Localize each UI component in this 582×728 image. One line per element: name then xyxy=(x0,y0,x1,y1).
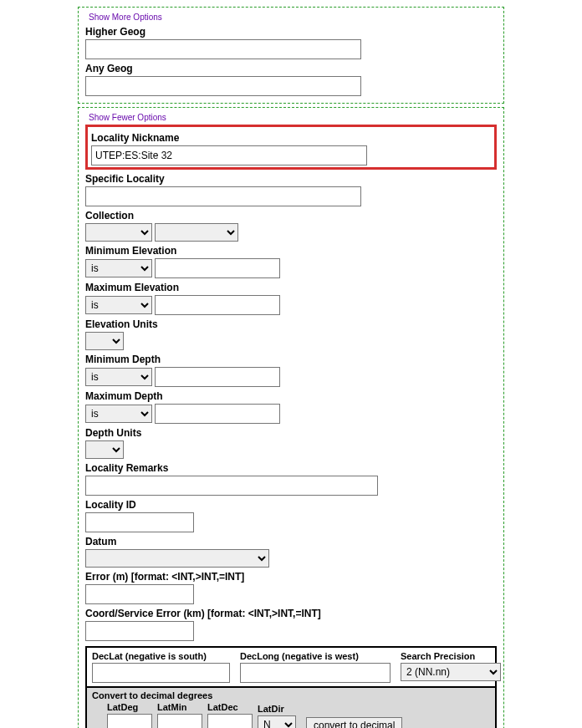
latdir-select[interactable]: N xyxy=(258,715,296,728)
datum-select[interactable] xyxy=(85,549,269,568)
min-elevation-input[interactable] xyxy=(155,258,280,278)
specific-locality-input[interactable] xyxy=(85,186,361,206)
elevation-units-label: Elevation Units xyxy=(85,318,497,330)
locality-nickname-label: Locality Nickname xyxy=(91,132,491,144)
min-depth-label: Minimum Depth xyxy=(85,354,497,365)
locality-id-input[interactable] xyxy=(85,512,194,532)
show-fewer-options-link[interactable]: Show Fewer Options xyxy=(89,113,166,122)
collection-select-2[interactable] xyxy=(155,223,238,242)
min-elevation-op[interactable]: is xyxy=(85,259,152,277)
declong-label: DecLong (negative is west) xyxy=(240,651,391,661)
any-geog-label: Any Geog xyxy=(85,63,497,74)
depth-units-select[interactable] xyxy=(85,440,124,459)
max-elevation-input[interactable] xyxy=(155,295,280,315)
convert-header: Convert to decimal degrees xyxy=(92,690,490,700)
higher-geog-label: Higher Geog xyxy=(85,26,497,38)
error-input[interactable] xyxy=(85,584,194,604)
elevation-units-select[interactable] xyxy=(85,332,124,350)
latdec-input[interactable] xyxy=(207,714,253,728)
collection-label: Collection xyxy=(85,210,497,221)
more-options-fieldset: Show More Options Higher Geog Any Geog xyxy=(78,7,504,104)
min-depth-input[interactable] xyxy=(155,367,280,387)
locality-id-label: Locality ID xyxy=(85,499,497,511)
datum-label: Datum xyxy=(85,536,497,547)
specific-locality-label: Specific Locality xyxy=(85,173,497,185)
search-precision-label: Search Precision xyxy=(401,651,501,661)
any-geog-input[interactable] xyxy=(85,76,361,96)
fewer-options-fieldset: Show Fewer Options Locality Nickname Spe… xyxy=(78,107,504,728)
max-elevation-label: Maximum Elevation xyxy=(85,282,497,293)
search-precision-select[interactable]: 2 (NN.nn) xyxy=(401,663,501,681)
latmin-input[interactable] xyxy=(157,714,202,728)
declat-label: DecLat (negative is south) xyxy=(92,651,230,661)
declat-input[interactable] xyxy=(92,663,230,683)
latdeg-input[interactable] xyxy=(107,714,152,728)
coord-error-input[interactable] xyxy=(85,621,194,641)
locality-nickname-highlight: Locality Nickname xyxy=(85,125,497,170)
locality-remarks-label: Locality Remarks xyxy=(85,462,497,474)
declong-input[interactable] xyxy=(240,663,391,683)
convert-to-decimal-button-1[interactable]: convert to decimal xyxy=(306,717,402,728)
max-depth-input[interactable] xyxy=(155,404,280,424)
max-elevation-op[interactable]: is xyxy=(85,296,152,314)
depth-units-label: Depth Units xyxy=(85,427,497,439)
latmin-label: LatMin xyxy=(157,702,202,712)
max-depth-label: Maximum Depth xyxy=(85,390,497,402)
locality-nickname-input[interactable] xyxy=(91,145,367,165)
error-label: Error (m) [format: <INT,>INT,=INT] xyxy=(85,571,497,583)
min-depth-op[interactable]: is xyxy=(85,368,152,386)
min-elevation-label: Minimum Elevation xyxy=(85,245,497,257)
latdec-label: LatDec xyxy=(207,702,253,712)
latdir-label: LatDir xyxy=(258,704,296,714)
coord-error-label: Coord/Service Error (km) [format: <INT,>… xyxy=(85,608,497,619)
collection-select-1[interactable] xyxy=(85,223,152,242)
latdeg-label: LatDeg xyxy=(107,702,152,712)
higher-geog-input[interactable] xyxy=(85,39,361,59)
locality-remarks-input[interactable] xyxy=(85,476,378,496)
max-depth-op[interactable]: is xyxy=(85,405,152,423)
show-more-options-link[interactable]: Show More Options xyxy=(89,13,162,22)
coord-box: DecLat (negative is south) DecLong (nega… xyxy=(85,646,497,728)
